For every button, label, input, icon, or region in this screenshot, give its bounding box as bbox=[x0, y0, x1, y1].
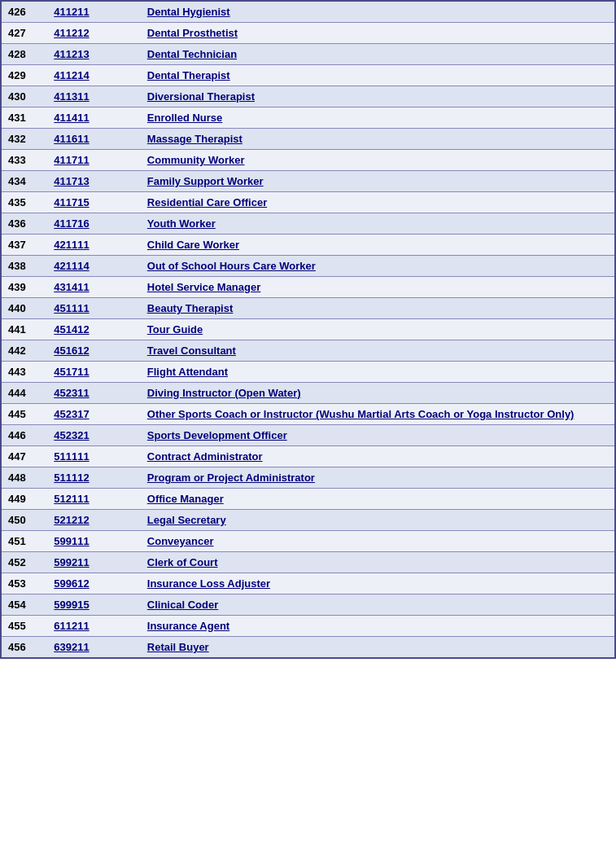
table-row: 447511111Contract Administrator bbox=[1, 446, 615, 467]
occupation-label[interactable]: Dental Technician bbox=[141, 44, 615, 65]
table-row: 435411715Residential Care Officer bbox=[1, 192, 615, 213]
occupation-label[interactable]: Diversional Therapist bbox=[141, 86, 615, 108]
occupation-code[interactable]: 411716 bbox=[47, 213, 141, 235]
occupation-code[interactable]: 451412 bbox=[47, 319, 141, 340]
occupation-code[interactable]: 611211 bbox=[47, 616, 141, 637]
row-number: 438 bbox=[1, 256, 47, 277]
table-row: 430411311Diversional Therapist bbox=[1, 86, 615, 108]
occupation-label[interactable]: Clinical Coder bbox=[141, 595, 615, 616]
occupation-code[interactable]: 521212 bbox=[47, 510, 141, 531]
occupation-code[interactable]: 599915 bbox=[47, 595, 141, 616]
occupation-label[interactable]: Flight Attendant bbox=[141, 362, 615, 383]
row-number: 449 bbox=[1, 489, 47, 510]
table-row: 438421114Out of School Hours Care Worker bbox=[1, 256, 615, 277]
occupation-code[interactable]: 599111 bbox=[47, 531, 141, 552]
occupation-label[interactable]: Clerk of Court bbox=[141, 552, 615, 573]
row-number: 450 bbox=[1, 510, 47, 531]
row-number: 437 bbox=[1, 235, 47, 256]
occupation-label[interactable]: Hotel Service Manager bbox=[141, 277, 615, 298]
row-number: 445 bbox=[1, 404, 47, 425]
occupation-code[interactable]: 599211 bbox=[47, 552, 141, 573]
occupation-code[interactable]: 451612 bbox=[47, 340, 141, 362]
occupation-code[interactable]: 451111 bbox=[47, 298, 141, 319]
occupation-code[interactable]: 411213 bbox=[47, 44, 141, 65]
table-row: 442451612Travel Consultant bbox=[1, 340, 615, 362]
occupation-code[interactable]: 599612 bbox=[47, 573, 141, 595]
table-row: 429411214Dental Therapist bbox=[1, 65, 615, 86]
occupation-code[interactable]: 411214 bbox=[47, 65, 141, 86]
occupation-code[interactable]: 411711 bbox=[47, 150, 141, 171]
row-number: 447 bbox=[1, 446, 47, 467]
occupation-label[interactable]: Community Worker bbox=[141, 150, 615, 171]
row-number: 454 bbox=[1, 595, 47, 616]
row-number: 440 bbox=[1, 298, 47, 319]
occupation-code[interactable]: 512111 bbox=[47, 489, 141, 510]
occupations-table: 426411211Dental Hygienist427411212Dental… bbox=[0, 0, 616, 659]
table-row: 437421111Child Care Worker bbox=[1, 235, 615, 256]
table-row: 451599111Conveyancer bbox=[1, 531, 615, 552]
row-number: 432 bbox=[1, 129, 47, 150]
occupation-label[interactable]: Legal Secretary bbox=[141, 510, 615, 531]
occupation-code[interactable]: 511111 bbox=[47, 446, 141, 467]
occupation-label[interactable]: Residential Care Officer bbox=[141, 192, 615, 213]
row-number: 435 bbox=[1, 192, 47, 213]
row-number: 443 bbox=[1, 362, 47, 383]
occupation-code[interactable]: 411212 bbox=[47, 23, 141, 44]
table-row: 434411713Family Support Worker bbox=[1, 171, 615, 192]
occupation-code[interactable]: 452317 bbox=[47, 404, 141, 425]
occupation-label[interactable]: Dental Prosthetist bbox=[141, 23, 615, 44]
occupation-code[interactable]: 421114 bbox=[47, 256, 141, 277]
occupation-label[interactable]: Youth Worker bbox=[141, 213, 615, 235]
occupation-label[interactable]: Tour Guide bbox=[141, 319, 615, 340]
occupation-label[interactable]: Dental Therapist bbox=[141, 65, 615, 86]
table-row: 453599612Insurance Loss Adjuster bbox=[1, 573, 615, 595]
occupation-label[interactable]: Program or Project Administrator bbox=[141, 467, 615, 489]
occupation-label[interactable]: Beauty Therapist bbox=[141, 298, 615, 319]
occupation-label[interactable]: Other Sports Coach or Instructor (Wushu … bbox=[141, 404, 615, 425]
occupation-code[interactable]: 411211 bbox=[47, 1, 141, 23]
occupation-code[interactable]: 411611 bbox=[47, 129, 141, 150]
occupation-code[interactable]: 451711 bbox=[47, 362, 141, 383]
row-number: 434 bbox=[1, 171, 47, 192]
row-number: 436 bbox=[1, 213, 47, 235]
occupation-label[interactable]: Massage Therapist bbox=[141, 129, 615, 150]
table-row: 446452321Sports Development Officer bbox=[1, 425, 615, 446]
occupation-label[interactable]: Child Care Worker bbox=[141, 235, 615, 256]
row-number: 451 bbox=[1, 531, 47, 552]
occupation-label[interactable]: Sports Development Officer bbox=[141, 425, 615, 446]
occupation-code[interactable]: 452321 bbox=[47, 425, 141, 446]
row-number: 442 bbox=[1, 340, 47, 362]
table-row: 426411211Dental Hygienist bbox=[1, 1, 615, 23]
occupation-code[interactable]: 421111 bbox=[47, 235, 141, 256]
occupation-label[interactable]: Enrolled Nurse bbox=[141, 108, 615, 129]
occupation-code[interactable]: 411311 bbox=[47, 86, 141, 108]
row-number: 456 bbox=[1, 637, 47, 659]
occupation-code[interactable]: 411715 bbox=[47, 192, 141, 213]
occupation-label[interactable]: Insurance Agent bbox=[141, 616, 615, 637]
row-number: 444 bbox=[1, 383, 47, 404]
row-number: 448 bbox=[1, 467, 47, 489]
table-row: 449512111Office Manager bbox=[1, 489, 615, 510]
occupation-label[interactable]: Conveyancer bbox=[141, 531, 615, 552]
occupation-label[interactable]: Dental Hygienist bbox=[141, 1, 615, 23]
occupation-label[interactable]: Travel Consultant bbox=[141, 340, 615, 362]
row-number: 431 bbox=[1, 108, 47, 129]
occupation-code[interactable]: 411411 bbox=[47, 108, 141, 129]
occupation-code[interactable]: 639211 bbox=[47, 637, 141, 659]
occupation-label[interactable]: Insurance Loss Adjuster bbox=[141, 573, 615, 595]
occupation-code[interactable]: 431411 bbox=[47, 277, 141, 298]
row-number: 455 bbox=[1, 616, 47, 637]
occupation-code[interactable]: 511112 bbox=[47, 467, 141, 489]
table-row: 441451412Tour Guide bbox=[1, 319, 615, 340]
occupation-label[interactable]: Office Manager bbox=[141, 489, 615, 510]
occupation-label[interactable]: Contract Administrator bbox=[141, 446, 615, 467]
table-row: 445452317Other Sports Coach or Instructo… bbox=[1, 404, 615, 425]
occupation-code[interactable]: 411713 bbox=[47, 171, 141, 192]
occupation-label[interactable]: Family Support Worker bbox=[141, 171, 615, 192]
occupation-label[interactable]: Diving Instructor (Open Water) bbox=[141, 383, 615, 404]
row-number: 430 bbox=[1, 86, 47, 108]
occupation-label[interactable]: Out of School Hours Care Worker bbox=[141, 256, 615, 277]
table-row: 448511112Program or Project Administrato… bbox=[1, 467, 615, 489]
occupation-code[interactable]: 452311 bbox=[47, 383, 141, 404]
occupation-label[interactable]: Retail Buyer bbox=[141, 637, 615, 659]
